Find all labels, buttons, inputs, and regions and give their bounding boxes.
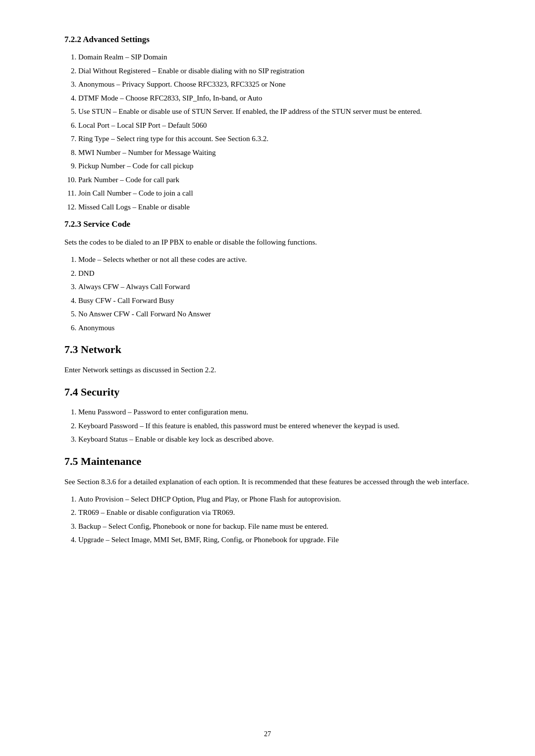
intro-73: Enter Network settings as discussed in S… bbox=[64, 364, 471, 376]
list-item: Upgrade – Select Image, MMI Set, BMF, Ri… bbox=[78, 534, 471, 546]
heading-722: 7.2.2 Advanced Settings bbox=[64, 35, 471, 45]
list-item: Always CFW – Always Call Forward bbox=[78, 281, 471, 293]
list-item: Use STUN – Enable or disable use of STUN… bbox=[78, 106, 471, 117]
list-item: Missed Call Logs – Enable or disable bbox=[78, 202, 471, 213]
heading-74: 7.4 Security bbox=[64, 386, 471, 399]
section-722: 7.2.2 Advanced Settings Domain Realm – S… bbox=[64, 35, 471, 212]
list-item: TR069 – Enable or disable configuration … bbox=[78, 507, 471, 518]
list-item: DND bbox=[78, 268, 471, 279]
list-item: Anonymous bbox=[78, 322, 471, 334]
intro-723: Sets the codes to be dialed to an IP PBX… bbox=[64, 236, 471, 248]
section-74: 7.4 Security Menu Password – Password to… bbox=[64, 386, 471, 445]
heading-723: 7.2.3 Service Code bbox=[64, 219, 471, 229]
page-number: 27 bbox=[0, 730, 535, 738]
list-item: MWI Number – Number for Message Waiting bbox=[78, 147, 471, 158]
list-item: Domain Realm – SIP Domain bbox=[78, 51, 471, 63]
list-item: Park Number – Code for call park bbox=[78, 174, 471, 186]
heading-73: 7.3 Network bbox=[64, 343, 471, 356]
list-75: Auto Provision – Select DHCP Option, Plu… bbox=[78, 494, 471, 546]
list-723: Mode – Selects whether or not all these … bbox=[78, 254, 471, 333]
list-item: DTMF Mode – Choose RFC2833, SIP_Info, In… bbox=[78, 93, 471, 104]
heading-75: 7.5 Maintenance bbox=[64, 455, 471, 468]
list-item: Busy CFW - Call Forward Busy bbox=[78, 295, 471, 306]
list-item: Dial Without Registered – Enable or disa… bbox=[78, 65, 471, 77]
list-item: Local Port – Local SIP Port – Default 50… bbox=[78, 120, 471, 131]
list-item: Keyboard Status – Enable or disable key … bbox=[78, 434, 471, 445]
list-item: No Answer CFW - Call Forward No Answer bbox=[78, 308, 471, 320]
list-item: Ring Type – Select ring type for this ac… bbox=[78, 133, 471, 145]
list-74: Menu Password – Password to enter config… bbox=[78, 406, 471, 445]
intro-75: See Section 8.3.6 for a detailed explana… bbox=[64, 476, 471, 488]
list-item: Auto Provision – Select DHCP Option, Plu… bbox=[78, 494, 471, 505]
list-item: Menu Password – Password to enter config… bbox=[78, 406, 471, 418]
list-722: Domain Realm – SIP Domain Dial Without R… bbox=[78, 51, 471, 212]
section-723: 7.2.3 Service Code Sets the codes to be … bbox=[64, 219, 471, 333]
section-75: 7.5 Maintenance See Section 8.3.6 for a … bbox=[64, 455, 471, 546]
list-item: Keyboard Password – If this feature is e… bbox=[78, 420, 471, 432]
list-item: Mode – Selects whether or not all these … bbox=[78, 254, 471, 265]
list-item: Pickup Number – Code for call pickup bbox=[78, 160, 471, 172]
list-item: Anonymous – Privacy Support. Choose RFC3… bbox=[78, 79, 471, 90]
page: 7.2.2 Advanced Settings Domain Realm – S… bbox=[0, 0, 535, 756]
list-item: Backup – Select Config, Phonebook or non… bbox=[78, 521, 471, 532]
list-item: Join Call Number – Code to join a call bbox=[78, 188, 471, 199]
section-73: 7.3 Network Enter Network settings as di… bbox=[64, 343, 471, 376]
